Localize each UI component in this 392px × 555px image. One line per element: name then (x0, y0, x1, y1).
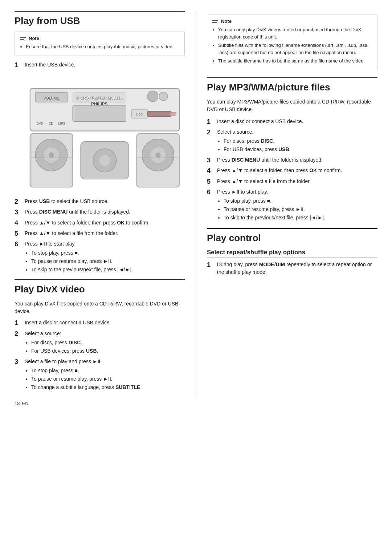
note-divx-1: You can only play DivX videos rented or … (218, 26, 372, 40)
sub-item-pause: To pause or resume play, press ►II. (31, 258, 185, 265)
sub-item-skip: To skip to the previous/next file, press… (31, 266, 185, 274)
step-content-5: Press ▲/▼ to select a file from the fold… (25, 230, 185, 238)
step-num-6: 6 (15, 240, 22, 274)
step-num-2: 2 (15, 198, 22, 206)
step-usb-1: 1 Insert the USB device. VOLUME MICRO TH… (15, 61, 185, 195)
mp3-intro: You can play MP3/WMA/picture files copie… (207, 98, 377, 113)
note-list-usb: Ensure that the USB device contains play… (20, 43, 179, 50)
sub-item-stop: To stop play, press ■. (31, 249, 185, 257)
svg-point-8 (159, 92, 168, 101)
note-box-divx: Note You can only play DivX videos rente… (207, 15, 377, 70)
svg-point-23 (155, 152, 161, 158)
page-number: 18 (15, 401, 20, 406)
note-label-usb: Note (29, 36, 39, 41)
note-list-divx: You can only play DivX videos rented or … (212, 26, 372, 65)
step-mp3-5: 5 Press ▲/▼ to select a file from the fo… (207, 178, 377, 186)
step-num-3: 3 (15, 208, 22, 216)
step-mp3-3: 3 Press DISC MENU until the folder is di… (207, 156, 377, 165)
step-content-6: Press ►II to start play. To stop play, p… (25, 240, 185, 274)
sub-subtitle: To change a subtitle language, press SUB… (31, 384, 185, 391)
right-column: Note You can only play DivX videos rente… (196, 11, 377, 397)
step-list-divx: 1 Insert a disc or connect a USB device.… (15, 319, 185, 392)
step-divx-2-sublist: For discs, press DISC. For USB devices, … (25, 339, 185, 355)
step-content-3: Press DISC MENU until the folder is disp… (25, 208, 185, 216)
step-mp3-1: 1 Insert a disc or connect a USB device. (207, 118, 377, 126)
note-divx-2: Subtitle files with the following filena… (218, 42, 372, 56)
svg-rect-6 (73, 105, 126, 121)
sub-disc: For discs, press DISC. (31, 339, 185, 347)
page-lang: EN (22, 401, 28, 406)
note-box-usb: Note Ensure that the USB device contains… (15, 32, 185, 56)
section-play-divx-title: Play DivX video (15, 279, 185, 295)
note-icon-divx (212, 20, 218, 23)
sub-mp3-stop: To stop play, press ■. (224, 197, 377, 205)
svg-rect-14 (147, 111, 171, 117)
sub-mp3-skip: To skip to the previous/next file, press… (224, 214, 377, 222)
svg-text:MP3: MP3 (58, 122, 65, 125)
note-item-usb-1: Ensure that the USB device contains play… (26, 43, 179, 50)
step-divx-1: 1 Insert a disc or connect a USB device. (15, 319, 185, 327)
step-list-control: 1 During play, press MODE/DIM repeatedly… (207, 261, 377, 276)
step-mp3-2: 2 Select a source: For discs, press DISC… (207, 128, 377, 154)
step-divx-3-sublist: To stop play, press ■. To pause or resum… (25, 367, 185, 391)
step-usb-2: 2 Press USB to select the USB source. (15, 198, 185, 206)
sub-pause2: To pause or resume play, press ►II. (31, 375, 185, 383)
subsection-repeat-shuffle: Select repeat/shuffle play options (207, 249, 377, 258)
step-list-usb: 1 Insert the USB device. VOLUME MICRO TH… (15, 61, 185, 275)
sub-mp3-pause: To pause or resume play, press ►II. (224, 206, 377, 213)
svg-point-19 (49, 152, 54, 158)
section-play-mp3-title: Play MP3/WMA/picture files (207, 77, 377, 93)
note-divx-3: The subtitle filename has to be the same… (218, 57, 372, 65)
svg-text:MICRO THEATER MCD113: MICRO THEATER MCD113 (76, 96, 123, 100)
note-label-divx: Note (221, 19, 232, 24)
device-svg: VOLUME MICRO THEATER MCD113 PHILIPS DVD (25, 72, 185, 190)
step-usb-3: 3 Press DISC MENU until the folder is di… (15, 208, 185, 216)
step-usb-6-sublist: To stop play, press ■. To pause or resum… (25, 249, 185, 274)
step-mp3-6: 6 Press ►II to start play. To stop play,… (207, 188, 377, 222)
step-num-1: 1 (15, 61, 22, 195)
svg-text:CD: CD (49, 122, 53, 125)
sub-mp3-usb: For USB devices, press USB. (224, 146, 377, 153)
step-content-4: Press ▲/▼ to select a folder, then press… (25, 219, 185, 227)
step-mp3-4: 4 Press ▲/▼ to select a folder, then pre… (207, 167, 377, 175)
step-num-4: 4 (15, 219, 22, 227)
svg-text:DVD: DVD (36, 122, 43, 125)
svg-point-30 (99, 155, 110, 165)
step-usb-4: 4 Press ▲/▼ to select a folder, then pre… (15, 219, 185, 227)
step-content-1: Insert the USB device. VOLUME MICRO THEA… (25, 61, 185, 195)
svg-text:USB: USB (136, 113, 143, 116)
step-divx-3: 3 Select a file to play and press ►II. T… (15, 358, 185, 392)
step-divx-2: 2 Select a source: For discs, press DISC… (15, 330, 185, 356)
left-column: Play from USB Note Ensure that the USB d… (15, 11, 196, 397)
sub-stop2: To stop play, press ■. (31, 367, 185, 374)
sub-mp3-disc: For discs, press DISC. (224, 137, 377, 145)
section-play-control-title: Play control (207, 228, 377, 244)
device-image-container: VOLUME MICRO THEATER MCD113 PHILIPS DVD (25, 72, 185, 192)
sub-usb: For USB devices, press USB. (31, 347, 185, 355)
page-footer: 18 EN (15, 397, 377, 406)
note-icon-usb (20, 37, 26, 40)
step-content-2: Press USB to select the USB source. (25, 198, 185, 206)
step-usb-5: 5 Press ▲/▼ to select a file from the fo… (15, 230, 185, 238)
section-play-from-usb-title: Play from USB (15, 11, 185, 27)
svg-point-7 (147, 91, 158, 101)
step-num-5: 5 (15, 230, 22, 238)
step-control-1: 1 During play, press MODE/DIM repeatedly… (207, 261, 377, 276)
step-usb-6: 6 Press ►II to start play. To stop play,… (15, 240, 185, 274)
svg-rect-15 (170, 112, 176, 116)
svg-text:VOLUME: VOLUME (44, 96, 60, 100)
step-mp3-6-sublist: To stop play, press ■. To pause or resum… (217, 197, 377, 222)
step-mp3-2-sublist: For discs, press DISC. For USB devices, … (217, 137, 377, 153)
divx-intro: You can play DivX files copied onto a CD… (15, 300, 185, 315)
step-list-mp3: 1 Insert a disc or connect a USB device.… (207, 118, 377, 223)
